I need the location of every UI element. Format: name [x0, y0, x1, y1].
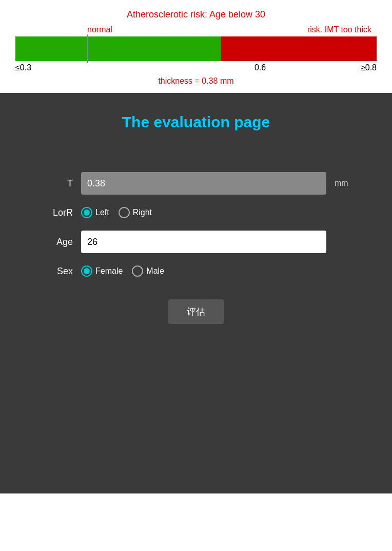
- sex-female-radio-outer: [81, 265, 92, 277]
- sex-female-option[interactable]: Female: [81, 265, 123, 277]
- form-area: T mm LorR Left Right Age: [42, 172, 350, 324]
- scale-right: ≥0.8: [361, 63, 377, 72]
- risk-bar: [15, 36, 377, 61]
- button-row: 评估: [42, 289, 350, 324]
- eval-button[interactable]: 评估: [168, 299, 224, 324]
- sex-radio-group: Female Male: [81, 265, 164, 277]
- risk-title: Atherosclerotic risk: Age below 30: [15, 9, 377, 20]
- lor-right-radio-outer: [119, 207, 130, 218]
- thickness-label: thickness = 0.38 mm: [15, 77, 377, 86]
- lor-label: LorR: [42, 207, 73, 218]
- age-label: Age: [42, 237, 73, 248]
- lor-left-option[interactable]: Left: [81, 207, 109, 218]
- t-row: T mm: [42, 172, 350, 195]
- bar-marker: [87, 34, 88, 63]
- page-title: The evaluation page: [122, 113, 270, 131]
- t-input[interactable]: [81, 172, 326, 195]
- t-unit: mm: [335, 179, 350, 188]
- lor-right-option[interactable]: Right: [119, 207, 152, 218]
- sex-male-option[interactable]: Male: [132, 265, 164, 277]
- label-normal: normal: [87, 25, 112, 34]
- scale-row: ≤0.3 0.6 ≥0.8: [15, 63, 377, 72]
- lor-left-radio-inner: [84, 210, 90, 216]
- lor-row: LorR Left Right: [42, 207, 350, 218]
- bar-green: [15, 36, 221, 61]
- age-input[interactable]: [81, 231, 326, 253]
- t-label: T: [42, 178, 73, 189]
- sex-label: Sex: [42, 266, 73, 277]
- lor-left-radio-outer: [81, 207, 92, 218]
- sex-row: Sex Female Male: [42, 265, 350, 277]
- sex-male-radio-outer: [132, 265, 143, 277]
- lor-left-label: Left: [95, 208, 109, 217]
- bar-labels: normal risk. IMT too thick: [15, 25, 377, 34]
- label-risk: risk. IMT too thick: [307, 25, 371, 34]
- lor-radio-group: Left Right: [81, 207, 152, 218]
- lor-right-label: Right: [133, 208, 152, 217]
- sex-male-label: Male: [146, 267, 164, 276]
- age-row: Age: [42, 231, 350, 253]
- scale-mid: 0.6: [254, 63, 266, 72]
- scale-left: ≤0.3: [15, 63, 31, 72]
- sex-female-radio-inner: [84, 268, 90, 274]
- bar-red: [221, 36, 377, 61]
- bottom-section: The evaluation page T mm LorR Left Right: [0, 93, 392, 493]
- top-section: Atherosclerotic risk: Age below 30 norma…: [0, 0, 392, 93]
- sex-female-label: Female: [95, 267, 123, 276]
